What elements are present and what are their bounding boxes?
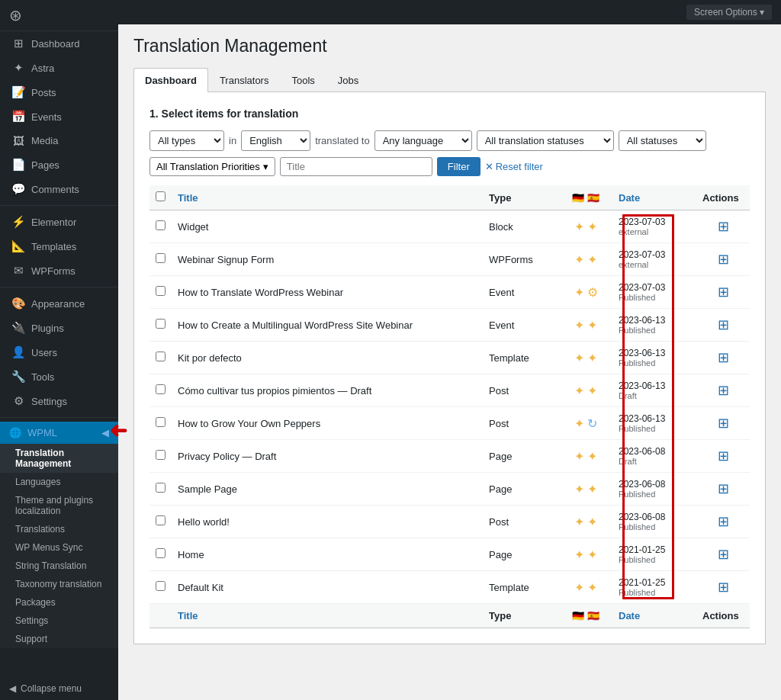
add-translation-icon[interactable]: ⊞ bbox=[718, 284, 729, 300]
sidebar-item-posts[interactable]: 📝 Posts bbox=[0, 80, 118, 104]
collapse-menu-button[interactable]: ◀ Collapse menu bbox=[0, 677, 118, 700]
collapse-icon: ◀ bbox=[9, 683, 16, 694]
elementor-icon: ⚡ bbox=[11, 215, 25, 229]
sidebar-item-users[interactable]: 👤 Users bbox=[0, 340, 118, 364]
tfoot-title[interactable]: Title bbox=[172, 604, 483, 628]
row-checkbox[interactable] bbox=[156, 220, 166, 230]
add-translation-icon[interactable]: ⊞ bbox=[718, 350, 729, 365]
screen-options-button[interactable]: Screen Options ▾ bbox=[686, 5, 772, 20]
submenu-wp-menus[interactable]: WP Menus Sync bbox=[0, 538, 118, 557]
add-translation-icon[interactable]: ⊞ bbox=[718, 448, 729, 464]
add-translation-icon[interactable]: ⊞ bbox=[718, 219, 729, 234]
row-checkbox[interactable] bbox=[156, 319, 166, 329]
row-check bbox=[149, 407, 172, 440]
any-language-filter[interactable]: Any language bbox=[374, 130, 472, 151]
title-search-input[interactable] bbox=[280, 157, 432, 176]
sidebar-item-label: Settings bbox=[31, 396, 67, 407]
sidebar-item-settings[interactable]: ⚙ Settings bbox=[0, 389, 118, 413]
wpforms-icon: ✉ bbox=[11, 264, 25, 278]
add-translation-icon[interactable]: ⊞ bbox=[718, 317, 729, 332]
sidebar-item-comments[interactable]: 💬 Comments bbox=[0, 177, 118, 201]
sidebar-item-templates[interactable]: 📐 Templates bbox=[0, 234, 118, 258]
submenu-translations[interactable]: Translations bbox=[0, 520, 118, 538]
de-flag: 🇩🇪 bbox=[572, 192, 584, 204]
tab-dashboard[interactable]: Dashboard bbox=[133, 68, 208, 92]
wp-icon: ⊛ bbox=[9, 6, 22, 24]
settings-icon: ⚙ bbox=[11, 394, 25, 408]
add-translation-icon[interactable]: ⊞ bbox=[718, 252, 729, 267]
sidebar-item-events[interactable]: 📅 Events bbox=[0, 104, 118, 129]
row-title: How to Create a Multilingual WordPress S… bbox=[172, 309, 483, 342]
add-translation-icon[interactable]: ⊞ bbox=[718, 514, 729, 529]
tab-jobs[interactable]: Jobs bbox=[326, 68, 370, 92]
sidebar-item-wpforms[interactable]: ✉ WPForms bbox=[0, 258, 118, 283]
add-translation-icon[interactable]: ⊞ bbox=[718, 481, 729, 496]
sidebar-item-tools[interactable]: 🔧 Tools bbox=[0, 364, 118, 389]
row-flags: ✦ ✦ bbox=[559, 374, 612, 407]
select-all-checkbox[interactable] bbox=[156, 191, 166, 201]
row-checkbox[interactable] bbox=[156, 352, 166, 361]
sidebar-item-media[interactable]: 🖼 Media bbox=[0, 129, 118, 153]
row-checkbox[interactable] bbox=[156, 581, 166, 591]
submenu-string-translation[interactable]: String Translation bbox=[0, 557, 118, 575]
sidebar-item-label: Comments bbox=[31, 184, 79, 195]
add-translation-icon[interactable]: ⊞ bbox=[718, 416, 729, 431]
status-cog-icon: ✦ bbox=[574, 318, 584, 332]
submenu-support[interactable]: Support bbox=[0, 630, 118, 648]
status-cog-icon: ✦ bbox=[587, 547, 597, 562]
sidebar-item-pages[interactable]: 📄 Pages bbox=[0, 153, 118, 177]
tfoot-date[interactable]: Date bbox=[612, 604, 696, 628]
row-checkbox[interactable] bbox=[156, 286, 166, 296]
priority-filter-button[interactable]: All Translation Priorities ▾ bbox=[149, 157, 275, 176]
translation-status-filter[interactable]: All translation statuses bbox=[477, 130, 614, 151]
submenu-theme-plugins[interactable]: Theme and plugins localization bbox=[0, 491, 118, 520]
th-title[interactable]: Title bbox=[172, 185, 483, 210]
status-cog-icon: ✦ bbox=[574, 515, 584, 529]
add-translation-icon[interactable]: ⊞ bbox=[718, 383, 729, 398]
sidebar-item-label: Posts bbox=[31, 87, 56, 98]
submenu-taxonomy-translation[interactable]: Taxonomy translation bbox=[0, 575, 118, 593]
row-checkbox[interactable] bbox=[156, 548, 166, 558]
table-row: Hello world! Post ✦ ✦ 2023-06-08 Publish… bbox=[149, 506, 750, 538]
row-checkbox[interactable] bbox=[156, 417, 166, 427]
filter-row-2: All Translation Priorities ▾ Filter ✕ Re… bbox=[149, 157, 750, 176]
users-icon: 👤 bbox=[11, 345, 25, 359]
row-checkbox[interactable] bbox=[156, 515, 166, 525]
row-checkbox[interactable] bbox=[156, 253, 166, 263]
row-check bbox=[149, 374, 172, 407]
reset-filter-link[interactable]: ✕ Reset filter bbox=[485, 161, 543, 172]
sidebar-item-label: Media bbox=[31, 135, 58, 146]
sidebar-item-appearance[interactable]: 🎨 Appearance bbox=[0, 291, 118, 316]
row-checkbox[interactable] bbox=[156, 384, 166, 394]
row-check bbox=[149, 342, 172, 374]
all-statuses-filter[interactable]: All statuses bbox=[619, 130, 706, 151]
submenu-languages[interactable]: Languages bbox=[0, 473, 118, 491]
wpml-header[interactable]: 🌐 WPML ◀ bbox=[0, 422, 118, 444]
add-translation-icon[interactable]: ⊞ bbox=[718, 547, 729, 562]
submenu-translation-management[interactable]: Translation Management bbox=[0, 444, 118, 473]
row-check bbox=[149, 210, 172, 243]
sidebar-item-astra[interactable]: ✦ Astra bbox=[0, 56, 118, 80]
dashboard-icon: ⊞ bbox=[11, 37, 25, 50]
tab-tools[interactable]: Tools bbox=[280, 68, 326, 92]
row-checkbox[interactable] bbox=[156, 483, 166, 493]
sidebar-item-elementor[interactable]: ⚡ Elementor bbox=[0, 210, 118, 234]
row-actions: ⊞ bbox=[696, 473, 750, 506]
language-filter[interactable]: English bbox=[241, 130, 310, 151]
table-row: Cómo cultivar tus propios pimientos — Dr… bbox=[149, 374, 750, 407]
tab-translators[interactable]: Translators bbox=[208, 68, 281, 92]
add-translation-icon[interactable]: ⊞ bbox=[718, 580, 729, 595]
sidebar-item-plugins[interactable]: 🔌 Plugins bbox=[0, 316, 118, 340]
submenu-wpml-settings[interactable]: Settings bbox=[0, 612, 118, 630]
type-filter[interactable]: All types bbox=[149, 130, 224, 151]
sidebar-item-label: Plugins bbox=[31, 323, 64, 334]
submenu-packages[interactable]: Packages bbox=[0, 593, 118, 612]
th-date[interactable]: Date bbox=[612, 185, 696, 210]
section-title: 1. Select items for translation bbox=[149, 108, 750, 120]
status-cog-icon: ✦ bbox=[574, 252, 584, 267]
row-date: 2023-06-13 Published bbox=[612, 407, 696, 440]
row-checkbox[interactable] bbox=[156, 450, 166, 460]
filter-button[interactable]: Filter bbox=[437, 157, 480, 176]
row-flags: ✦ ✦ bbox=[559, 342, 612, 374]
sidebar-item-dashboard[interactable]: ⊞ Dashboard bbox=[0, 31, 118, 56]
